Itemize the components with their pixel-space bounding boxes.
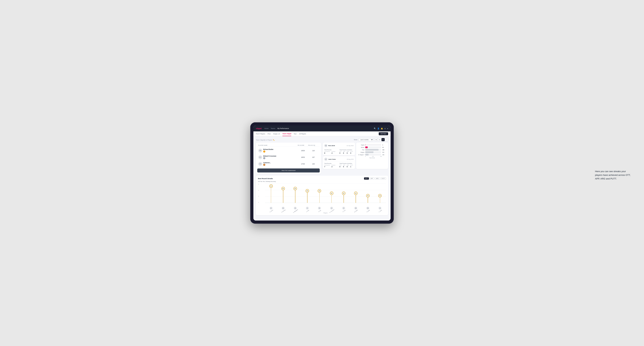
- bar-fill: [365, 151, 374, 153]
- player-row[interactable]: CA Cameron... 3 17/20 103: [257, 161, 320, 167]
- x-axis-title: Players: [258, 212, 386, 213]
- nav-icons: 🔍 👤 🔔 ⊕ ●: [374, 128, 388, 130]
- player-name: Richard Butler: [263, 149, 274, 150]
- search-icon[interactable]: 🔍: [374, 128, 376, 130]
- lollipop-col: 4x: [338, 184, 350, 203]
- lollipop-bubble: 7x: [269, 184, 273, 188]
- player-x-avatar: DF: [342, 207, 345, 209]
- bar-track: [365, 154, 381, 156]
- bar-value: 311: [382, 152, 387, 153]
- lollipop-bubble: 6x: [282, 187, 285, 190]
- filter-putt-button[interactable]: PUTT: [380, 177, 386, 180]
- stat-value: 7: [324, 166, 331, 168]
- player-x-name: M. Maher: [354, 209, 358, 212]
- stat-value: 0: [347, 166, 350, 168]
- player-x-avatar: MM: [354, 207, 357, 209]
- view-grid2-button[interactable]: ⊞: [374, 138, 378, 141]
- stat-label: OTT: [340, 151, 343, 152]
- tablet-screen: clippd Home Teams My Performance 🔍 👤 🔔 ⊕…: [254, 126, 390, 220]
- stat-col: PUTT 1: [350, 165, 354, 168]
- view-leaderboard-button[interactable]: View Full Leaderboard: [257, 169, 320, 173]
- avatar-icon[interactable]: ●: [387, 128, 388, 130]
- lollipop-columns: 7x 6x 6x 5x 5x 4x 4x 4x 3x 3x: [265, 184, 386, 203]
- lollipop-col: 4x: [350, 184, 362, 203]
- add-icon[interactable]: ⊕: [384, 128, 386, 130]
- sub-nav-links: PGAT Players PGA Hcaps 1-5 Team Clippd T…: [256, 131, 306, 136]
- view-chart-button[interactable]: ↕: [385, 138, 388, 141]
- x-axis-200: 200: [372, 156, 374, 157]
- lollipop-bubble: 4x: [330, 191, 334, 195]
- filter-app-button[interactable]: APP: [370, 177, 374, 180]
- sub-nav-pga[interactable]: PGA: [268, 131, 271, 136]
- stat-value: 4: [332, 152, 338, 154]
- bar-label: Pars: [358, 149, 364, 151]
- x-label-col: RB2 R. Butler: [362, 207, 374, 212]
- sub-nav-all-players[interactable]: All Players: [299, 131, 306, 136]
- bell-icon[interactable]: 🔔: [381, 128, 383, 130]
- user-icon[interactable]: 👤: [377, 128, 380, 130]
- bar-label: Bogeys: [358, 152, 364, 153]
- stat-col: APP 0: [343, 165, 346, 168]
- filter-ott-button[interactable]: OTT: [364, 177, 369, 180]
- team-name: Team Clippd | 14 Players ✏️: [256, 139, 275, 141]
- nav-teams[interactable]: Teams: [270, 128, 275, 129]
- total-rounds-group: Total Rounds Tournament 7 Practice: [324, 163, 338, 168]
- player-name-rank: Richard Butler 1: [263, 149, 274, 153]
- bar-track: [365, 147, 381, 148]
- player-cards-area: RB Rees Britt 02 Sep 2023 Total Rounds: [323, 143, 355, 169]
- x-label-col: BM B. McHarg: [277, 207, 289, 212]
- pb-avg: 107: [308, 156, 319, 158]
- streaks-subtitle: Off The Tee, Fairway Accuracy: [258, 181, 386, 182]
- card-player-name: Rees Britt: [328, 145, 346, 147]
- sub-nav-pgat[interactable]: PGAT Players: [256, 131, 265, 136]
- bar-value: 131: [382, 154, 387, 155]
- player-x-name: D. Ford: [342, 210, 346, 212]
- player-info: EC Edward Crossman 2: [258, 155, 298, 159]
- x-label-col: JC J. Coles: [301, 207, 314, 212]
- stat-label: OTT: [340, 165, 343, 166]
- filter-arg-button[interactable]: ARG: [375, 177, 380, 180]
- stat-col: Practice 2: [332, 165, 338, 168]
- player-row[interactable]: RB Richard Butler 1 19/20 110: [257, 148, 320, 154]
- lollipop-bubble: 3x: [366, 194, 370, 197]
- bar-label: Eagles: [358, 144, 364, 146]
- x-label-col: CQ C. Quick: [374, 207, 386, 212]
- player-x-avatar: CQ: [378, 207, 381, 209]
- sub-nav-tour[interactable]: Tour: [294, 131, 296, 136]
- stat-label: Practice: [332, 165, 338, 166]
- view-grid3-button[interactable]: ⊟: [378, 138, 381, 141]
- player-x-avatar: EC: [330, 207, 333, 209]
- player-x-avatar: BM: [282, 207, 284, 209]
- rank-icon-gold: 1: [263, 151, 265, 153]
- nav-bar: clippd Home Teams My Performance 🔍 👤 🔔 ⊕…: [254, 126, 390, 131]
- stat-col: Tournament 7: [324, 165, 331, 168]
- sub-nav-team-clippd[interactable]: Team Clippd: [282, 131, 291, 136]
- bar-fill: [365, 154, 369, 156]
- y-tick-6: 6: [258, 184, 265, 185]
- avatar: RB: [258, 149, 262, 153]
- bar-row: Pars 499: [358, 149, 387, 151]
- y-tick-0: 0: [258, 202, 265, 203]
- nav-home[interactable]: Home: [264, 128, 268, 129]
- streaks-panel: Best Round Streaks OTT APP ARG PUTT Off …: [256, 176, 388, 215]
- lollipop-stem: [307, 191, 308, 203]
- view-list-button[interactable]: ≡: [382, 138, 385, 141]
- stat-value: 0: [343, 152, 346, 154]
- player-row[interactable]: EC Edward Crossman 2 18/20 107: [257, 154, 320, 160]
- player-x-avatar: RB2: [366, 207, 369, 209]
- stat-label: ARG: [347, 165, 350, 166]
- period-select[interactable]: Last 3 months Last 6 months Last 12 mont…: [358, 138, 374, 141]
- bar-track: [365, 151, 381, 153]
- stats-row: Total Rounds Tournament 8 Practice: [324, 149, 354, 154]
- pb-avg: 110: [308, 150, 319, 152]
- practice-activities-group: Total Practice Activities OTT 0 APP: [340, 163, 354, 168]
- chart-x-label: Total Shots: [358, 157, 387, 159]
- card-avatar: RB: [324, 144, 328, 147]
- lollipop-bubble: 6x: [294, 187, 297, 190]
- y-ticks: 0 2 4 6: [258, 184, 265, 203]
- add-team-button[interactable]: Add Team: [379, 132, 388, 135]
- sub-nav-hcaps[interactable]: Hcaps 1-5: [273, 131, 280, 136]
- nav-my-performance[interactable]: My Performance: [278, 128, 289, 129]
- stat-col: Tournament 8: [324, 151, 331, 154]
- app-logo: clippd: [256, 127, 262, 130]
